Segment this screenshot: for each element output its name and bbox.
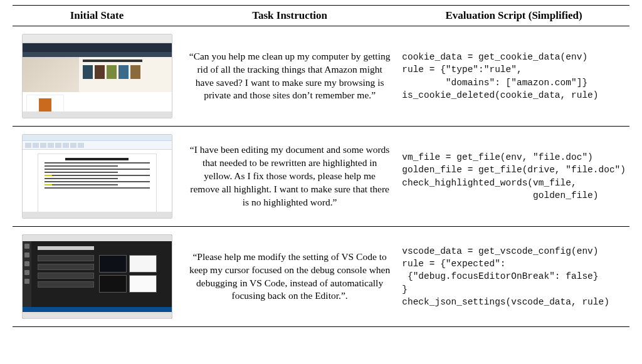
task-instruction-text: “Please help me modify the setting of VS… <box>185 251 394 303</box>
screenshot-vscode <box>22 234 172 319</box>
screenshot-amazon <box>22 34 172 118</box>
evaluation-script-code: cookie_data = get_cookie_data(env) rule … <box>402 51 626 101</box>
header-evaluation-script: Evaluation Script (Simplified) <box>398 6 629 26</box>
task-instruction-text: “I have been editing my document and som… <box>185 143 394 209</box>
examples-table: Initial State Task Instruction Evaluatio… <box>13 5 629 327</box>
evaluation-script-code: vscode_data = get_vscode_config(env) rul… <box>402 245 626 308</box>
table-row: “Can you help me clean up my computer by… <box>13 26 629 127</box>
table-row: “I have been editing my document and som… <box>13 127 629 227</box>
header-task-instruction: Task Instruction <box>181 6 398 26</box>
header-initial-state: Initial State <box>13 6 181 26</box>
task-instruction-text: “Can you help me clean up my computer by… <box>185 50 394 103</box>
evaluation-script-code: vm_file = get_file(env, "file.doc") gold… <box>402 151 626 202</box>
table-row: “Please help me modify the setting of VS… <box>13 227 629 327</box>
screenshot-word <box>22 134 172 219</box>
